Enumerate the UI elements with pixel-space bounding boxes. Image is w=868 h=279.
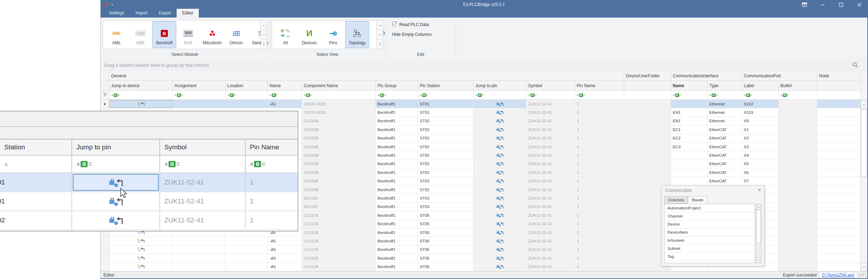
cell-symbol[interactable]: ZUK11-52-41 (526, 168, 575, 177)
cell-builtin[interactable] (779, 125, 817, 134)
filter-cell-plc-station[interactable]: ABC (418, 91, 474, 100)
cell-node[interactable] (817, 262, 860, 271)
magnifier-filter-cell-jump-to-pin[interactable]: ABC (72, 156, 160, 173)
cell-pinname[interactable]: 1 (575, 143, 624, 151)
cell-citype[interactable]: EtherCAT (708, 151, 742, 160)
abc-filter-icon[interactable]: ABC (164, 161, 180, 167)
cell-node[interactable] (817, 186, 860, 194)
cell-component[interactable]: C6015-0020 (302, 100, 376, 108)
module-item-devices[interactable]: ИDevices (297, 21, 321, 48)
cell-ciname[interactable] (671, 168, 708, 177)
cell-jumppin[interactable] (474, 262, 526, 271)
magnifier-filter-cell-symbol[interactable]: ABC (160, 156, 246, 173)
cell-plcgroup[interactable]: Beckhoff1 (376, 211, 418, 220)
cell-plcgroup[interactable]: Beckhoff1 (376, 160, 418, 168)
cell-builtin[interactable] (779, 177, 817, 186)
cell-ciname[interactable] (671, 177, 708, 186)
cell-plcstation[interactable]: ST05 (418, 262, 474, 271)
cell-cplabel[interactable]: X2 (742, 134, 779, 143)
cell-plcstation[interactable]: ST05 (418, 237, 474, 245)
cell-plcstation[interactable]: ST02 (418, 168, 474, 177)
filter-cell-assignment[interactable]: ABC (173, 91, 226, 100)
cell-citype[interactable]: Ethernet (708, 117, 742, 125)
jump-to-pin-icon[interactable] (496, 247, 504, 252)
cell-node[interactable] (817, 160, 860, 168)
filter-cell-name[interactable]: ABC (268, 91, 302, 100)
cell-jumppin[interactable] (474, 203, 526, 211)
cell-jumppin[interactable] (474, 168, 526, 177)
jump-to-pin-icon[interactable] (108, 216, 124, 225)
module-item-pins[interactable]: Pins (321, 21, 345, 48)
cell-jumppin[interactable] (474, 177, 526, 186)
cell-pinname[interactable]: 1 (575, 125, 624, 134)
cell-component[interactable]: CU1128 (302, 246, 376, 254)
cell-pinname[interactable]: 1 (575, 177, 624, 186)
column-header-pin-name[interactable]: Pin Name (575, 81, 624, 91)
jump-to-pin-icon[interactable] (496, 196, 504, 201)
cell-symbol[interactable]: ZUK11-52-41 (526, 228, 575, 237)
cell-ciname[interactable]: EC1 (671, 125, 708, 134)
dialog-list-item-subnet[interactable]: Subnet (665, 245, 755, 253)
jump-to-pin-icon[interactable] (496, 230, 504, 235)
gallery-scroll-select-view[interactable]: ▴▾▾ (377, 20, 383, 49)
cell-component[interactable]: CU2508 (302, 151, 376, 160)
cell-plcgroup[interactable]: Beckhoff1 (376, 220, 418, 228)
cell-jumppin[interactable] (474, 143, 526, 151)
cell-builtin[interactable] (779, 246, 817, 254)
cell-assignment[interactable] (173, 262, 226, 271)
abc-filter-icon[interactable]: ABC (270, 93, 278, 97)
cell-jumppin[interactable] (474, 117, 526, 125)
cell-jumppin[interactable] (474, 194, 526, 202)
cell-builtin[interactable] (779, 117, 817, 125)
cell-component[interactable]: CU2508 (302, 160, 376, 168)
cell-builtin[interactable] (779, 108, 817, 117)
cell-component[interactable]: CU2508 (302, 186, 376, 194)
cell-symbol[interactable]: ZUK11-52-41 (526, 151, 575, 160)
cell-jumppin[interactable] (474, 228, 526, 237)
filter-cell-name[interactable]: ABC (671, 91, 708, 100)
dialog-list-item-deviceitem[interactable]: DeviceItem (665, 228, 755, 236)
abc-filter-icon[interactable]: ABC (76, 161, 92, 167)
cell-jumppin[interactable] (474, 246, 526, 254)
cell-location[interactable] (226, 237, 268, 245)
cell-builtin[interactable] (779, 160, 817, 168)
cell-plcgroup[interactable]: Beckhoff1 (376, 237, 418, 245)
dialog-scrollbar[interactable]: ▲ ▼ (756, 204, 761, 263)
cell-name[interactable]: -A5 (268, 254, 302, 262)
cell-jumppin[interactable] (474, 186, 526, 194)
cell-pinname[interactable]: 1 (575, 194, 624, 202)
cell-pinname[interactable]: 1 (575, 246, 624, 254)
cell-pinname[interactable]: 1 (575, 228, 624, 237)
cell-builtin[interactable] (779, 203, 817, 211)
cell-jumpdev[interactable]: D (109, 100, 173, 108)
cell-jumppin[interactable] (474, 125, 526, 134)
cell-citype[interactable]: Ethernet (708, 100, 742, 108)
cell-jumpdev[interactable]: D (109, 246, 173, 254)
cell-symbol[interactable]: ZUK11-52-41 (526, 143, 575, 151)
cell-plcstation[interactable]: ST05 (418, 211, 474, 220)
cell-symbol[interactable]: ZUK11-52-41 (526, 160, 575, 168)
cell-citype[interactable]: EtherCAT (708, 125, 742, 134)
magnifier-row[interactable]: 01ZUK11-52-411 (0, 173, 298, 192)
cell-ciname[interactable] (671, 160, 708, 168)
cell-cplabel[interactable]: X1 (742, 125, 779, 134)
jump-to-pin-icon[interactable] (496, 213, 504, 218)
cell-pinname[interactable]: 1 (575, 151, 624, 160)
selected-cell-box[interactable] (73, 174, 159, 191)
filter-cell-duf[interactable] (624, 91, 671, 100)
cell-node[interactable] (817, 108, 860, 117)
cell-plcstation[interactable]: ST05 (418, 228, 474, 237)
cell-plcstation[interactable]: ST01 (418, 108, 474, 117)
cell-duf[interactable] (624, 168, 671, 177)
cell-plcstation[interactable]: ST01 (418, 100, 474, 108)
magnifier-cell-pin-name[interactable]: 1 (246, 192, 298, 211)
cell-node[interactable] (817, 246, 860, 254)
dialog-tab-bands[interactable]: Bands (688, 196, 707, 204)
cell-component[interactable]: C6015-0020 (302, 108, 376, 117)
cell-component[interactable]: CU1128 (302, 237, 376, 245)
cell-pinname[interactable]: 1 (575, 254, 624, 262)
cell-builtin[interactable] (779, 220, 817, 228)
cell-pinname[interactable]: 1 (575, 203, 624, 211)
tab-settings[interactable]: Settings (103, 9, 130, 18)
abc-filter-icon[interactable]: ABC (709, 93, 718, 97)
